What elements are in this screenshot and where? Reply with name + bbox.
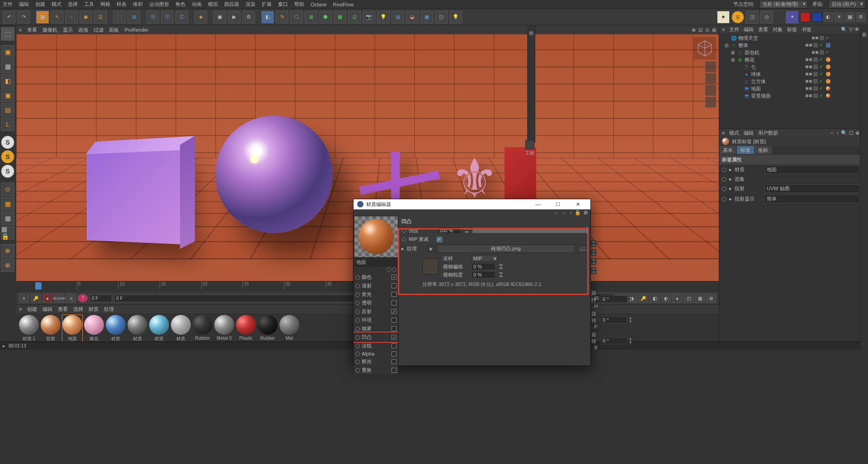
om-bookmarks[interactable]: 书签: [802, 26, 811, 33]
me-chan-checkbox[interactable]: [392, 352, 396, 356]
rp-grid[interactable]: ▦: [845, 13, 854, 22]
tree-expander[interactable]: [736, 86, 742, 91]
menu-help[interactable]: 帮助: [294, 1, 304, 8]
attr-spinner[interactable]: ▴▾: [629, 296, 632, 302]
tree-tag[interactable]: [826, 93, 831, 98]
me-chan-checkbox[interactable]: ✓: [392, 335, 396, 340]
vp-nav3[interactable]: ⊙: [705, 27, 709, 33]
me-chan-radio[interactable]: [355, 309, 360, 314]
me-channel-环境[interactable]: 环境: [354, 316, 398, 324]
sb-thin-1[interactable]: 构图: [861, 27, 868, 31]
tl-key[interactable]: 🔑: [31, 294, 41, 303]
me-chan-radio[interactable]: [355, 301, 360, 305]
prim-bulb[interactable]: 💡: [449, 11, 462, 23]
vp-side-2[interactable]: [705, 73, 716, 84]
menu-animate[interactable]: 动画: [192, 1, 202, 8]
am-edit[interactable]: 编辑: [744, 130, 754, 136]
me-chan-radio[interactable]: [355, 368, 360, 373]
undo-button[interactable]: ↶: [3, 11, 15, 23]
attr-spinner[interactable]: ▴▾: [629, 337, 632, 344]
vp-nav1[interactable]: ⊕: [692, 27, 696, 33]
menu-select[interactable]: 选择: [68, 1, 78, 8]
tree-tag[interactable]: [819, 50, 825, 55]
rotate-tool[interactable]: ◉: [80, 11, 92, 23]
prim-nurbs[interactable]: ⬡: [290, 11, 303, 23]
rp-sun[interactable]: ☀: [835, 13, 844, 22]
material-item[interactable]: 材质: [171, 315, 191, 342]
attr-value[interactable]: 地面: [764, 165, 860, 174]
vp-nav2[interactable]: ⊡: [698, 27, 703, 33]
locked-tool[interactable]: ⊞: [127, 11, 140, 23]
render-settings[interactable]: ⚙: [242, 11, 255, 23]
me-chan-radio[interactable]: [355, 352, 360, 356]
me-nav-fwd[interactable]: →: [562, 210, 567, 216]
mm-create[interactable]: 创建: [27, 306, 37, 313]
am-mode[interactable]: 模式: [729, 130, 739, 136]
menu-realflow[interactable]: RealFlow: [333, 2, 354, 7]
plugin1[interactable]: ★: [717, 11, 730, 23]
tl-start-field[interactable]: [90, 295, 112, 302]
move-tool[interactable]: ↖: [51, 11, 63, 23]
me-chan-checkbox[interactable]: [392, 359, 396, 364]
me-preview[interactable]: [354, 216, 398, 257]
menu-render[interactable]: 渲染: [245, 1, 255, 8]
me-texture-clear[interactable]: …: [578, 245, 588, 253]
material-item[interactable]: 背景: [41, 315, 61, 342]
tree-tag[interactable]: [813, 93, 818, 98]
node-space-dropdown[interactable]: 当前 (标准/物理): [759, 0, 807, 9]
lt-model[interactable]: ▣: [1, 45, 14, 59]
lt-texture[interactable]: ▩: [1, 60, 14, 73]
me-channel-烟雾[interactable]: 烟雾: [354, 324, 398, 333]
om-edit[interactable]: 编辑: [744, 26, 754, 33]
tree-tag[interactable]: ✓: [819, 42, 825, 48]
tl-shuffle[interactable]: ⤮: [66, 294, 76, 303]
me-tex-dd-arrow[interactable]: ▾: [428, 246, 434, 252]
tree-tag[interactable]: [826, 86, 831, 91]
menu-octane[interactable]: Octane: [311, 2, 326, 7]
attr-tab-basic[interactable]: 基本: [719, 146, 737, 154]
me-channel-Alpha[interactable]: Alpha: [354, 350, 398, 357]
proj-icon[interactable]: [525, 140, 534, 149]
tl-keysel[interactable]: 🔑: [638, 294, 648, 303]
me-texture-thumb[interactable]: [422, 258, 439, 275]
tree-tag[interactable]: [826, 71, 831, 77]
tree-tag[interactable]: ✓: [819, 79, 825, 84]
lt-snap1[interactable]: ⊕: [1, 244, 14, 258]
attr-radio[interactable]: [722, 168, 726, 172]
prim-env[interactable]: ⊡: [348, 11, 361, 23]
material-item[interactable]: 材质.1: [19, 315, 39, 342]
y-axis[interactable]: Ⓨ: [161, 11, 174, 23]
me-chan-checkbox[interactable]: [392, 300, 396, 305]
menu-extensions[interactable]: 扩展: [262, 1, 272, 8]
attr-tab-tag[interactable]: 标签: [737, 146, 755, 154]
z-axis[interactable]: Ⓩ: [175, 11, 188, 23]
om-view[interactable]: 查看: [758, 26, 768, 33]
attr-radio[interactable]: [722, 197, 726, 202]
prim-pen[interactable]: ✎: [276, 11, 288, 23]
me-prev-switch1[interactable]: [387, 267, 391, 272]
vp-filter[interactable]: 过滤: [94, 27, 104, 33]
attr-radio[interactable]: [722, 177, 726, 182]
attr-expand[interactable]: ▸: [729, 186, 732, 192]
lt-s2[interactable]: S: [1, 150, 14, 164]
me-mip-checkbox[interactable]: ✓: [437, 237, 442, 242]
menu-simulate[interactable]: 模拟: [208, 1, 218, 8]
prim-floor[interactable]: ▤: [392, 11, 404, 23]
me-channel-透明[interactable]: 透明: [354, 299, 398, 307]
me-new[interactable]: ⊞: [584, 210, 588, 216]
tl-opt6[interactable]: ⊞: [706, 294, 716, 303]
material-item[interactable]: Plastic: [236, 315, 256, 341]
prim-light[interactable]: 💡: [377, 11, 390, 23]
vp-nav4[interactable]: ⊞: [712, 27, 716, 33]
material-item[interactable]: 雕花: [84, 315, 104, 342]
tl-opt2[interactable]: ◐: [661, 294, 671, 303]
tree-row[interactable]: ⊞✿雕花✓: [720, 56, 867, 63]
tree-expander[interactable]: [736, 71, 742, 77]
me-channel-发光[interactable]: 发光: [354, 290, 398, 299]
me-blurscale-input[interactable]: 0 %: [471, 271, 495, 278]
me-mip-radio[interactable]: [401, 237, 406, 242]
tree-expander[interactable]: [736, 93, 742, 98]
material-item[interactable]: 地面: [62, 315, 82, 342]
tree-expander[interactable]: ⊞: [730, 57, 736, 62]
me-max-button[interactable]: ☐: [549, 199, 567, 209]
